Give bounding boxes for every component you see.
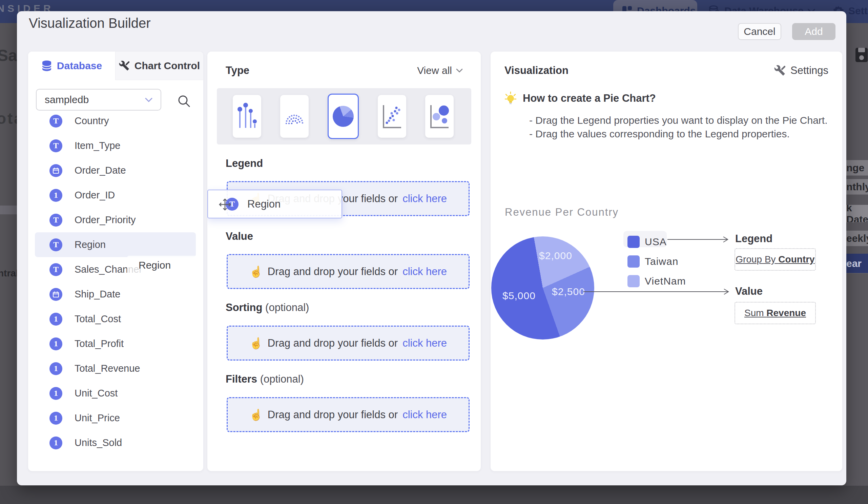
pie-icon xyxy=(333,106,354,127)
value-section-heading: Value xyxy=(226,230,253,242)
annotation-sum-box[interactable]: Sum Revenue xyxy=(734,302,816,324)
field-row-total_revenue[interactable]: 1Total_Revenue xyxy=(35,356,196,381)
legend-swatch xyxy=(628,275,640,287)
field-type-number-icon: 1 xyxy=(50,337,62,350)
bg-menu-item-selected: ear xyxy=(846,254,868,273)
add-button[interactable]: Add xyxy=(792,23,836,40)
field-row-order_id[interactable]: 1Order_ID xyxy=(35,183,196,208)
dropzone-click-here-link[interactable]: click here xyxy=(403,265,447,278)
field-row-units_sold[interactable]: 1Units_Sold xyxy=(35,431,196,455)
field-type-number-icon: 1 xyxy=(50,387,62,400)
tip-title: How to create a Pie Chart? xyxy=(523,92,656,104)
tools-icon xyxy=(774,65,786,76)
field-list: TCountryTItem_TypeOrder_Date1Order_IDTOr… xyxy=(35,109,196,455)
search-icon[interactable] xyxy=(176,94,192,109)
field-row-ship_date[interactable]: Ship_Date xyxy=(35,282,196,306)
legend-item-taiwan[interactable]: Taiwan xyxy=(628,252,686,271)
chart-title: Revenue Per Country xyxy=(505,206,619,219)
pie-slice-label-vietnam: $2,000 xyxy=(539,250,572,262)
field-row-unit_cost[interactable]: 1Unit_Cost xyxy=(35,381,196,406)
chart-type-pie-selected[interactable] xyxy=(328,94,359,139)
field-row-country[interactable]: TCountry xyxy=(35,109,196,133)
field-type-date-icon xyxy=(50,288,62,301)
save-floppy-icon xyxy=(855,48,868,62)
viz-settings-button[interactable]: Settings xyxy=(774,64,828,77)
database-icon xyxy=(41,60,52,72)
modal-title: Visualization Builder xyxy=(29,16,151,31)
field-type-number-icon: 1 xyxy=(50,313,62,325)
legend-label: Taiwan xyxy=(645,256,678,267)
view-all-button[interactable]: View all xyxy=(417,65,463,76)
dropzone-text: Drag and drop your fields or xyxy=(268,337,398,349)
field-label: Ship_Date xyxy=(74,289,120,300)
value-dropzone[interactable]: ☝ Drag and drop your fields or click her… xyxy=(227,254,469,289)
field-row-item_type[interactable]: TItem_Type xyxy=(35,133,196,158)
lightbulb-icon xyxy=(505,92,517,105)
field-type-text-icon: T xyxy=(50,115,62,128)
filters-dropzone[interactable]: ☝ Drag and drop your fields or click her… xyxy=(227,397,469,432)
dragged-field-chip[interactable]: T Region xyxy=(207,190,342,219)
group-by-label: Group By xyxy=(735,254,778,265)
viz-settings-label: Settings xyxy=(790,64,828,77)
chart-type-bubble[interactable] xyxy=(425,95,454,138)
tab-database[interactable]: Database xyxy=(28,52,115,80)
legend-label: VietNam xyxy=(645,275,686,287)
tab-chart-control-label: Chart Control xyxy=(134,60,200,72)
bg-menu-item: nge xyxy=(846,160,868,176)
field-row-order_date[interactable]: Order_Date xyxy=(35,158,196,183)
field-row-order_priority[interactable]: TOrder_Priority xyxy=(35,208,196,232)
nav-settings-label: Settings xyxy=(848,5,868,17)
field-type-text-icon: T xyxy=(50,263,62,276)
dropzone-click-here-link[interactable]: click here xyxy=(403,337,447,349)
field-label: Total_Profit xyxy=(74,338,124,349)
visualization-panel: Visualization Settings How to create a P… xyxy=(490,52,842,471)
visualization-heading: Visualization xyxy=(505,64,568,77)
field-type-number-icon: 1 xyxy=(50,189,62,202)
legend-section-heading: Legend xyxy=(226,158,263,169)
field-type-date-icon xyxy=(50,164,62,177)
field-row-total_profit[interactable]: 1Total_Profit xyxy=(35,331,196,356)
cancel-button[interactable]: Cancel xyxy=(738,23,781,40)
field-row-unit_price[interactable]: 1Unit_Price xyxy=(35,406,196,431)
tip-line-1: - Drag the Legend properties you want to… xyxy=(529,115,828,126)
field-row-total_cost[interactable]: 1Total_Cost xyxy=(35,306,196,331)
legend-annotation-arrow xyxy=(668,235,732,243)
dropzone-click-here-link[interactable]: click here xyxy=(403,409,447,421)
annotation-group-by-box[interactable]: Group By Country xyxy=(734,248,816,271)
dropzone-text: Drag and drop your fields or xyxy=(268,409,398,421)
tap-hand-icon: ☝ xyxy=(249,409,263,421)
field-label: Unit_Price xyxy=(74,412,120,424)
view-all-label: View all xyxy=(417,65,452,76)
dropzone-click-here-link[interactable]: click here xyxy=(403,193,447,205)
legend-swatch xyxy=(628,236,640,248)
chart-type-parliament[interactable] xyxy=(280,95,309,138)
bg-menu-item: k Date xyxy=(846,205,868,222)
bg-menu-item: eekly xyxy=(846,231,868,246)
legend-swatch xyxy=(628,255,640,268)
field-type-number-icon: 1 xyxy=(50,412,62,425)
field-label: Region xyxy=(74,239,106,250)
annotation-value-title: Value xyxy=(735,285,763,298)
chevron-down-icon xyxy=(456,69,463,73)
drag-ghost-region: Region xyxy=(127,256,203,275)
tab-database-label: Database xyxy=(57,60,102,72)
sorting-dropzone[interactable]: ☝ Drag and drop your fields or click her… xyxy=(227,325,469,361)
field-type-text-icon: T xyxy=(50,214,62,226)
field-row-region[interactable]: TRegion xyxy=(35,232,196,257)
field-label: Order_Priority xyxy=(74,214,136,225)
field-type-number-icon: 1 xyxy=(50,362,62,375)
database-select[interactable]: sampledb xyxy=(36,89,161,111)
tap-hand-icon: ☝ xyxy=(249,337,263,350)
tab-chart-control[interactable]: Chart Control xyxy=(115,52,203,80)
chart-type-lollipop[interactable] xyxy=(233,95,261,138)
field-label: Total_Cost xyxy=(74,313,121,325)
filters-section-heading: Filters xyxy=(226,373,257,385)
field-label: Units_Sold xyxy=(74,437,122,448)
bg-row-band xyxy=(0,205,17,214)
tap-hand-icon: ☝ xyxy=(249,265,263,278)
chart-type-scatter[interactable] xyxy=(378,95,406,138)
sorting-section-heading: Sorting xyxy=(226,302,262,313)
field-label: Country xyxy=(74,115,109,127)
tools-icon xyxy=(119,60,130,71)
database-panel: Database Chart Control sampledb TCountry… xyxy=(28,52,203,471)
